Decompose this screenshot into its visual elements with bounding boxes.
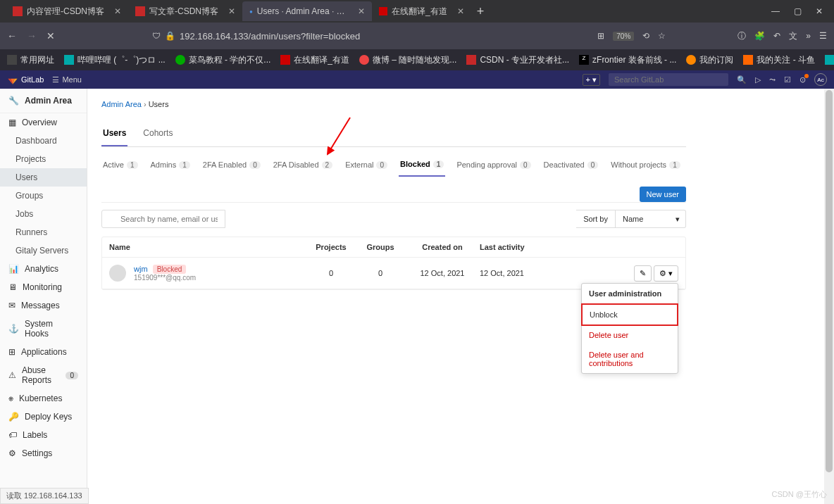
user-name-link[interactable]: wjm [134, 265, 148, 273]
watermark: CSDN @王竹心 [772, 489, 827, 500]
search-submit-icon[interactable]: 🔍 [737, 75, 747, 84]
bookmark-item[interactable]: 微博 – 随时随地发现... [359, 54, 456, 66]
filter-external[interactable]: External0 [344, 153, 389, 176]
qr-icon[interactable]: ⊞ [597, 31, 604, 41]
close-icon[interactable]: ✕ [457, 6, 464, 16]
sidebar-item-labels[interactable]: 🏷Labels [0, 426, 87, 444]
tab-title: Users · Admin Area · GitLab [257, 6, 348, 16]
sidebar-item-abuse[interactable]: ⚠Abuse Reports0 [0, 361, 87, 389]
gitlab-menu[interactable]: ☰ Menu [52, 75, 82, 84]
sidebar-item-messages[interactable]: ✉Messages [0, 296, 87, 315]
filter-blocked[interactable]: Blocked1 [399, 153, 445, 177]
close-icon[interactable]: ✕ [228, 6, 235, 16]
sort-select[interactable]: Name▾ [616, 210, 686, 228]
sidebar-item-settings[interactable]: ⚙Settings [0, 444, 87, 462]
filter-pending[interactable]: Pending approval0 [455, 153, 532, 176]
tab-cohorts[interactable]: Cohorts [142, 121, 174, 146]
cell-projects: 0 [306, 269, 356, 277]
sidebar-title[interactable]: 🔧 Admin Area [0, 89, 87, 113]
lock-icon[interactable]: 🔒 [165, 31, 175, 41]
tab-favicon [135, 6, 145, 16]
sidebar-item-monitoring[interactable]: 🖥Monitoring [0, 278, 87, 296]
browser-tab-2[interactable]: ● Users · Admin Area · GitLab ✕ [242, 1, 372, 21]
url-text[interactable]: 192.168.164.133/admin/users?filter=block… [180, 31, 360, 42]
close-icon[interactable]: ✕ [358, 6, 365, 16]
dropdown-header: User administration [582, 284, 678, 304]
browser-tab-1[interactable]: 写文章-CSDN博客 ✕ [128, 1, 242, 21]
sidebar-item-overview[interactable]: ▦Overview [0, 113, 87, 132]
minimize-icon[interactable]: — [771, 6, 780, 16]
merge-icon[interactable]: ⤳ [769, 75, 776, 84]
new-user-button[interactable]: New user [640, 187, 686, 202]
sidebar-item-projects[interactable]: Projects [0, 150, 87, 168]
bookmark-star-icon[interactable]: ☆ [658, 31, 666, 41]
dropdown-delete-contributions[interactable]: Delete user and contributions [582, 345, 678, 373]
breadcrumb-root[interactable]: Admin Area [101, 100, 142, 108]
bookmark-item[interactable]: 我的关注 - 斗鱼 [743, 54, 815, 66]
scrollbar[interactable] [824, 89, 834, 504]
zoom-level[interactable]: 70% [613, 32, 634, 41]
sidebar-item-gitaly[interactable]: Gitaly Servers [0, 241, 87, 260]
gitlab-brand[interactable]: GitLab [21, 75, 44, 84]
user-actions-dropdown-button[interactable]: ⚙ ▾ [654, 265, 678, 282]
filter-2fa-enabled[interactable]: 2FA Enabled0 [201, 153, 262, 176]
sidebar-item-hooks[interactable]: ⚓System Hooks [0, 315, 87, 343]
table-row: wjm Blocked 151909***@qq.com 0 0 12 Oct,… [102, 258, 685, 289]
sidebar-item-jobs[interactable]: Jobs [0, 205, 87, 223]
menu-icon[interactable]: ☰ [819, 31, 827, 41]
filter-admins[interactable]: Admins1 [149, 153, 192, 176]
forward-icon[interactable]: → [27, 30, 37, 42]
col-created: Created on [405, 243, 480, 251]
gitlab-logo-icon[interactable] [7, 74, 18, 85]
sidebar-item-analytics[interactable]: 📊Analytics [0, 260, 87, 278]
translate-icon[interactable]: ⟲ [642, 31, 649, 41]
sidebar-item-deploy[interactable]: 🔑Deploy Keys [0, 408, 87, 426]
sidebar-item-groups[interactable]: Groups [0, 187, 87, 205]
info-icon[interactable]: ⓘ [737, 30, 746, 42]
new-tab-button[interactable]: + [471, 4, 490, 19]
overflow-icon[interactable]: » [806, 31, 811, 41]
sidebar-item-apps[interactable]: ⊞Applications [0, 343, 87, 361]
close-icon[interactable]: ✕ [114, 6, 121, 16]
gitlab-search-input[interactable] [609, 73, 728, 86]
filter-2fa-disabled[interactable]: 2FA Disabled2 [272, 153, 334, 176]
bookmark-item[interactable]: ZzFrontier 装备前线 - ... [579, 54, 676, 66]
user-avatar[interactable]: Ac [814, 73, 827, 86]
user-search-input[interactable] [101, 210, 225, 228]
filter-deactivated[interactable]: Deactivated0 [542, 153, 600, 176]
sidebar-item-runners[interactable]: Runners [0, 223, 87, 241]
help-icon[interactable]: ⊙ [799, 75, 806, 84]
dropdown-delete-user[interactable]: Delete user [582, 325, 678, 345]
bookmark-item[interactable]: 【Linux三剑客】下架... [825, 54, 834, 66]
close-window-icon[interactable]: ✕ [816, 6, 823, 16]
bookmark-item[interactable]: 我的订阅 [686, 54, 733, 66]
plus-icon[interactable]: + ▾ [583, 74, 600, 86]
edit-user-button[interactable]: ✎ [634, 265, 652, 282]
filter-active[interactable]: Active1 [101, 153, 139, 176]
issues-icon[interactable]: ▷ [755, 75, 761, 84]
tab-users[interactable]: Users [101, 121, 127, 146]
dropdown-unblock[interactable]: Unblock [581, 303, 678, 326]
sidebar-item-users[interactable]: Users [0, 168, 87, 187]
tag-icon: 🏷 [8, 430, 17, 440]
browser-tab-0[interactable]: 内容管理-CSDN博客 ✕ [6, 1, 128, 21]
bookmark-item[interactable]: 常用网址 [7, 54, 54, 66]
stop-icon[interactable]: ✕ [46, 30, 55, 42]
translate2-icon[interactable]: 文 [789, 30, 797, 42]
sidebar-item-kubernetes[interactable]: ⎈Kubernetes [0, 389, 87, 408]
bookmark-item[interactable]: 在线翻译_有道 [280, 54, 349, 66]
scroll-thumb[interactable] [826, 90, 833, 472]
back-icon[interactable]: ← [7, 30, 17, 42]
bookmarks-bar: 常用网址 哔哩哔哩 (゜-゜)つロ ... 菜鸟教程 - 学的不仅... 在线翻… [0, 49, 834, 70]
bookmark-item[interactable]: CSDN - 专业开发者社... [466, 54, 569, 66]
browser-tab-3[interactable]: 在线翻译_有道 ✕ [372, 1, 471, 21]
maximize-icon[interactable]: ▢ [794, 6, 802, 16]
bookmark-item[interactable]: 哔哩哔哩 (゜-゜)つロ ... [64, 54, 166, 66]
filter-no-projects[interactable]: Without projects1 [609, 153, 681, 176]
bookmark-item[interactable]: 菜鸟教程 - 学的不仅... [175, 54, 271, 66]
extension-icon[interactable]: 🧩 [754, 31, 765, 41]
shield-icon[interactable]: 🛡 [152, 31, 161, 41]
todo-icon[interactable]: ☑ [784, 75, 791, 84]
undo-icon[interactable]: ↶ [773, 31, 780, 41]
sidebar-item-dashboard[interactable]: Dashboard [0, 132, 87, 150]
